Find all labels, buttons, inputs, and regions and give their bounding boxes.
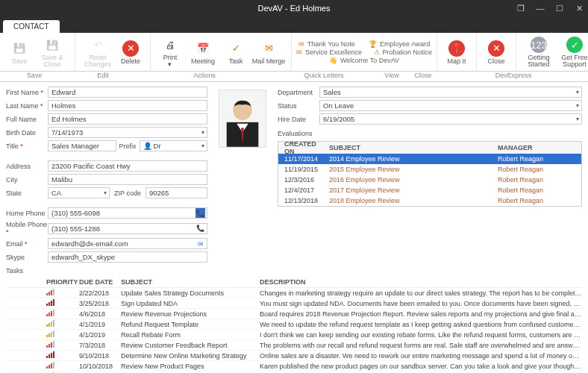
delete-button[interactable]: ✕Delete [116, 34, 146, 71]
priority-icon [46, 352, 54, 358]
state-select[interactable]: CA [48, 187, 110, 198]
evaluations-title: Evaluations [278, 127, 582, 139]
task-row[interactable]: 10/10/2018Review New Product PagesKaren … [6, 361, 582, 372]
first-name-input[interactable]: Edward [48, 87, 207, 98]
priority-icon [46, 331, 54, 337]
email-label: Email [6, 240, 48, 248]
content-area: First NameEdward Last NameHolmes Full Na… [0, 82, 588, 373]
mail-icon[interactable]: ✉ [196, 239, 205, 248]
person-icon: 👤 [143, 142, 152, 150]
window-title: DevAV - Ed Holmes [258, 4, 331, 13]
getting-started-button[interactable]: 123Getting Started [521, 34, 557, 71]
priority-icon [46, 300, 54, 306]
save-close-button[interactable]: 💾Save & Close [34, 34, 70, 71]
minimize-icon[interactable]: — [534, 2, 546, 14]
priority-icon [46, 310, 54, 316]
birth-date-input[interactable]: 7/14/1973 [48, 127, 207, 138]
zip-input[interactable]: 90265 [146, 187, 207, 198]
get-support-button[interactable]: ✓Get Free Support [557, 34, 588, 71]
prefix-select[interactable]: 👤Dr [140, 140, 208, 151]
address-label: Address [6, 163, 48, 170]
status-label: Status [278, 102, 319, 110]
full-name-input[interactable]: Ed Holmes [48, 113, 207, 125]
evaluation-row[interactable]: 11/19/20152015 Employee ReviewRobert Rea… [278, 164, 581, 175]
title-label: Title [6, 142, 48, 150]
phone-icon[interactable]: 📞 [196, 224, 205, 233]
print-button[interactable]: 🖨Print ▾ [155, 34, 185, 71]
last-name-label: Last Name [6, 102, 48, 110]
task-row[interactable]: 9/10/2018Determine New Online Marketing … [6, 351, 582, 361]
task-row[interactable]: 4/1/2019Refund Request TemplateWe need t… [6, 319, 582, 330]
task-row[interactable]: 4/1/2019Recall Rebate FormI don't think … [6, 330, 582, 340]
home-phone-label: Home Phone [6, 210, 48, 217]
reset-changes-button[interactable]: ↶Reset Changes [80, 34, 116, 71]
evaluation-row[interactable]: 12/13/20182018 Employee ReviewRobert Rea… [278, 195, 581, 206]
evaluation-row[interactable]: 11/17/20142014 Employee ReviewRobert Rea… [278, 154, 581, 164]
skype-label: Skype [6, 254, 48, 261]
address-input[interactable]: 23200 Pacific Coast Hwy [48, 160, 207, 172]
hire-date-label: Hire Date [278, 116, 319, 123]
meeting-button[interactable]: 📅Meeting [185, 34, 221, 71]
save-button[interactable]: 💾Save [4, 34, 34, 71]
title-bar: DevAV - Ed Holmes ❐ — ☐ ✕ [0, 0, 588, 16]
last-name-input[interactable]: Holmes [48, 100, 207, 111]
priority-icon [46, 363, 54, 369]
map-it-button[interactable]: 📍Map It [442, 34, 472, 71]
avatar [219, 90, 266, 148]
priority-icon [46, 289, 54, 295]
task-button[interactable]: ✓Task [221, 34, 251, 71]
tab-contact[interactable]: CONTACT [3, 20, 60, 33]
maximize-icon[interactable]: ☐ [554, 2, 566, 14]
full-name-label: Full Name [6, 116, 48, 123]
evaluations-grid[interactable]: CREATED ONSUBJECTMANAGER 11/17/20142014 … [278, 141, 582, 207]
prefix-label: Prefix [119, 142, 137, 150]
priority-icon [46, 321, 54, 327]
phone-icon[interactable]: 📞 [196, 208, 205, 218]
evaluation-row[interactable]: 12/4/20172017 Employee ReviewRobert Reag… [278, 185, 581, 195]
first-name-label: First Name [6, 89, 48, 96]
task-row[interactable]: 4/6/2018Review Revenue ProjectionsBoard … [6, 309, 582, 319]
title-input[interactable]: Sales Manager [48, 140, 116, 151]
hire-date-input[interactable]: 6/19/2005 [319, 113, 582, 125]
city-label: City [6, 176, 48, 184]
close-button[interactable]: ✕Close [481, 34, 511, 71]
task-row[interactable]: 7/3/2018Review Customer Feedback ReportT… [6, 340, 582, 351]
close-icon[interactable]: ✕ [573, 2, 585, 14]
ribbon-tab-strip: CONTACT [0, 16, 588, 33]
home-phone-input[interactable]: (310) 555-6098📞 [48, 207, 207, 219]
status-select[interactable]: On Leave [319, 100, 582, 111]
department-label: Department [278, 89, 319, 96]
skype-input[interactable]: edwardh_DX_skype [48, 251, 207, 263]
task-row[interactable]: 2/22/2018Update Sales Strategy Documents… [6, 288, 582, 298]
mobile-phone-label: Mobile Phone [6, 221, 48, 236]
mail-merge-button[interactable]: ✉Mail Merge [251, 34, 287, 71]
ribbon-group-labels: Save Edit Actions Quick Letters View Clo… [0, 72, 588, 82]
email-input[interactable]: edwardh@dx-email.com✉ [48, 238, 207, 249]
mobile-phone-input[interactable]: (310) 555-1288📞 [48, 223, 207, 234]
tasks-title: Tasks [6, 267, 582, 275]
ribbon: 💾Save 💾Save & Close ↶Reset Changes ✕Dele… [0, 33, 588, 72]
evaluation-row[interactable]: 12/3/20162016 Employee ReviewRobert Reag… [278, 175, 581, 185]
task-row[interactable]: 3/25/2018Sign Updated NDAYou must sign u… [6, 298, 582, 309]
state-label: State [6, 189, 48, 197]
priority-icon [46, 342, 54, 348]
department-select[interactable]: Sales [319, 87, 582, 98]
quick-letters-list[interactable]: ✉Thank You Note 🏆Employee Award ✉Service… [292, 33, 437, 72]
restore-down-icon[interactable]: ❐ [515, 2, 527, 14]
tasks-grid[interactable]: PRIORITYDUE DATESUBJECTDESCRIPTION 2/22/… [6, 276, 582, 373]
city-input[interactable]: Malibu [48, 174, 207, 185]
zip-label: ZIP code [114, 189, 141, 197]
birth-date-label: Birth Date [6, 129, 48, 137]
